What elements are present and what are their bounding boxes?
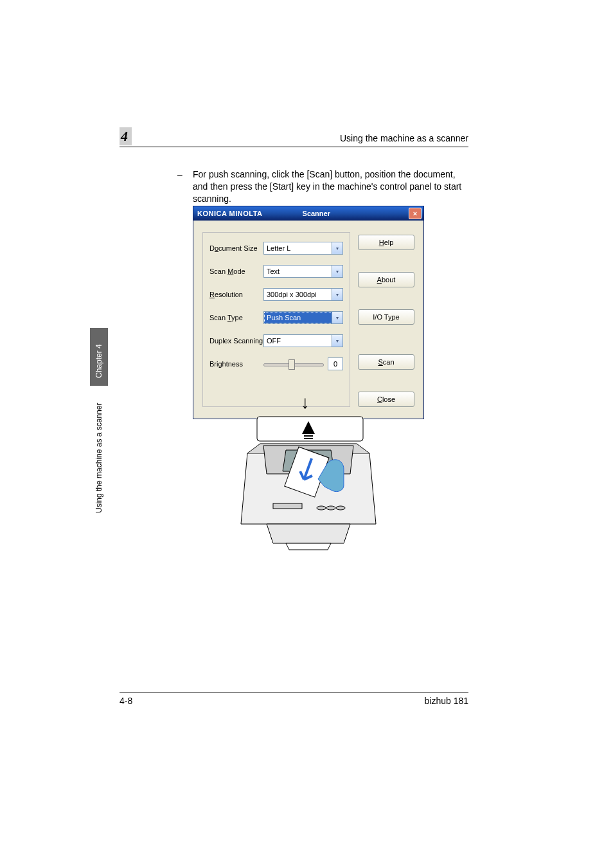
header-rule — [120, 147, 468, 147]
side-tab-chapter: Chapter 4 — [94, 344, 103, 378]
iotype-button[interactable]: I/O Type — [358, 309, 414, 325]
resolution-select[interactable]: 300dpi x 300dpi ▾ — [263, 288, 343, 301]
label-scan-type: Scan Type — [209, 314, 263, 321]
svg-rect-3 — [304, 438, 313, 439]
label-brightness: Brightness — [209, 360, 263, 368]
chevron-down-icon[interactable]: ▾ — [332, 312, 342, 323]
chapter-number: 4 — [120, 127, 132, 145]
svg-rect-8 — [273, 503, 302, 509]
scan-mode-value: Text — [267, 267, 280, 275]
bullet-dash: – — [177, 168, 182, 181]
footer-rule — [120, 692, 468, 692]
arrow-down-icon: ↓ — [301, 392, 310, 413]
slider-thumb[interactable] — [289, 359, 295, 370]
chevron-down-icon[interactable]: ▾ — [332, 266, 342, 277]
brightness-slider[interactable] — [263, 359, 324, 368]
scan-button[interactable]: Scan — [358, 354, 414, 370]
product-name: bizhub 181 — [424, 696, 468, 706]
chevron-down-icon[interactable]: ▾ — [332, 242, 342, 254]
svg-rect-2 — [304, 435, 313, 437]
chevron-down-icon[interactable]: ▾ — [332, 335, 342, 347]
chevron-down-icon[interactable]: ▾ — [332, 289, 342, 300]
resolution-value: 300dpi x 300dpi — [267, 291, 317, 298]
duplex-select[interactable]: OFF ▾ — [263, 334, 343, 347]
label-scan-mode: Scan Mode — [209, 267, 263, 275]
dialog-brand: KONICA MINOLTA — [197, 210, 263, 217]
printer-illustration — [228, 415, 389, 553]
scan-type-select[interactable]: Push Scan ▾ — [263, 311, 343, 324]
button-panel: Help About I/O Type Scan Close — [358, 232, 414, 407]
dialog-title: Scanner — [303, 210, 330, 217]
brightness-value: 0 — [328, 357, 343, 370]
label-document-size: Document Size — [209, 244, 263, 252]
svg-point-7 — [317, 506, 326, 510]
page-number: 4-8 — [120, 696, 132, 706]
label-resolution: Resolution — [209, 291, 263, 298]
section-title: Using the machine as a scanner — [340, 133, 468, 143]
svg-point-6 — [326, 506, 335, 510]
help-button[interactable]: Help — [358, 235, 414, 250]
scan-mode-select[interactable]: Text ▾ — [263, 265, 343, 278]
label-duplex: Duplex Scanning — [209, 337, 263, 345]
document-size-value: Letter L — [267, 244, 290, 252]
document-size-select[interactable]: Letter L ▾ — [263, 242, 343, 255]
settings-panel: Document Size Letter L ▾ Scan Mode Text … — [202, 232, 350, 407]
svg-point-5 — [336, 506, 345, 510]
about-button[interactable]: About — [358, 272, 414, 287]
body-paragraph: – For push scanning, click the [Scan] bu… — [193, 168, 468, 205]
dialog-titlebar: KONICA MINOLTA Scanner × — [193, 206, 423, 221]
scan-type-value: Push Scan — [267, 314, 301, 321]
side-tab: Chapter 4 Using the machine as a scanner — [90, 328, 108, 521]
close-icon[interactable]: × — [409, 208, 422, 219]
side-tab-title: Using the machine as a scanner — [94, 403, 103, 513]
close-button[interactable]: Close — [358, 392, 414, 407]
duplex-value: OFF — [267, 337, 281, 345]
paragraph-text: For push scanning, click the [Scan] butt… — [193, 169, 461, 204]
scanner-dialog: KONICA MINOLTA Scanner × Document Size L… — [193, 206, 424, 419]
